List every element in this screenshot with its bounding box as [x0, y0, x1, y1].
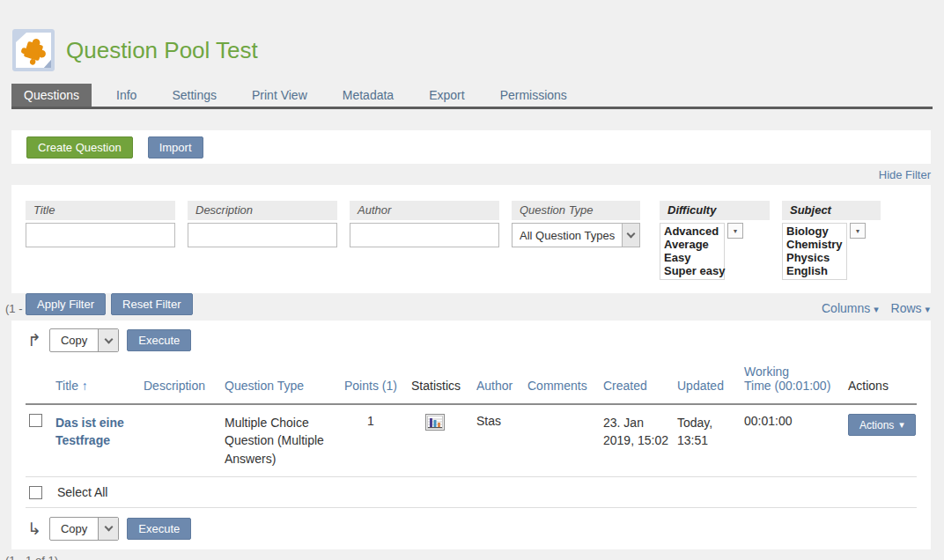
select-all-checkbox[interactable]	[29, 486, 42, 499]
execute-button-top[interactable]: Execute	[127, 329, 191, 351]
apply-to-bottom-arrow-icon: ↳	[27, 520, 41, 537]
question-table: Title ↑ Description Question Type Points…	[26, 359, 917, 508]
filter-author-input[interactable]	[350, 223, 499, 247]
filter-toggle-row: Hide Filter	[11, 164, 931, 185]
row-points: 1	[341, 404, 408, 476]
chevron-down-icon: ▾	[925, 304, 930, 314]
row-author: Stas	[473, 404, 524, 476]
tab-bar: Questions Info Settings Print View Metad…	[11, 84, 933, 109]
filter-difficulty-label: Difficulty	[660, 201, 770, 220]
create-question-button[interactable]: Create Question	[26, 136, 133, 158]
filter-description-label: Description	[188, 201, 337, 220]
filter-field-description: Description	[188, 201, 337, 247]
filter-field-difficulty: Difficulty Advanced Average Easy Super e…	[660, 201, 770, 280]
statistics-bar-chart-icon[interactable]	[425, 414, 445, 431]
row-actions-button[interactable]: Actions▾	[848, 414, 916, 436]
header-checkbox-spacer	[26, 359, 52, 404]
question-title-link[interactable]: Das ist eine Testfrage	[55, 414, 136, 450]
chevron-down-icon	[622, 224, 639, 247]
hide-filter-link[interactable]: Hide Filter	[879, 168, 931, 181]
row-created: 23. Jan 2019, 15:02	[600, 404, 674, 476]
import-button[interactable]: Import	[148, 136, 203, 158]
question-table-panel: ↱ Copy Execute Title ↑ Description Quest…	[11, 321, 931, 549]
column-header-updated[interactable]: Updated	[674, 359, 741, 404]
filter-field-title: Title	[26, 201, 175, 247]
bulk-action-value: Copy	[50, 334, 98, 347]
filter-title-input[interactable]	[26, 223, 175, 247]
subject-option-chemistry[interactable]: Chemistry	[786, 238, 846, 251]
row-checkbox[interactable]	[29, 414, 42, 427]
difficulty-option-average[interactable]: Average	[664, 238, 724, 251]
subject-dropdown-icon[interactable]: ▾	[850, 223, 866, 239]
filter-description-input[interactable]	[188, 223, 337, 247]
chevron-down-icon	[98, 518, 118, 540]
tab-export[interactable]: Export	[417, 84, 476, 107]
chevron-down-icon: ▾	[899, 419, 904, 431]
filter-field-subject: Subject Biology Chemistry Physics Englis…	[782, 201, 881, 280]
tab-metadata[interactable]: Metadata	[330, 84, 406, 107]
column-header-statistics: Statistics	[408, 359, 473, 404]
column-header-description[interactable]: Description	[140, 359, 221, 404]
bulk-action-select-top[interactable]: Copy	[49, 328, 119, 352]
filter-field-question-type: Question Type All Question Types	[512, 201, 640, 247]
action-toolbar: Create Question Import	[11, 130, 931, 164]
difficulty-multiselect[interactable]: Advanced Average Easy Super easy	[660, 223, 725, 280]
tab-info[interactable]: Info	[104, 84, 149, 107]
subject-option-physics[interactable]: Physics	[786, 251, 846, 264]
execute-button-bottom[interactable]: Execute	[127, 518, 191, 540]
column-header-question-type[interactable]: Question Type	[221, 359, 341, 404]
question-type-selected-value: All Question Types	[513, 229, 622, 242]
reset-filter-button[interactable]: Reset Filter	[111, 293, 192, 315]
difficulty-option-easy[interactable]: Easy	[664, 251, 724, 264]
difficulty-option-advanced[interactable]: Advanced	[664, 225, 724, 238]
table-header-row: Title ↑ Description Question Type Points…	[26, 359, 917, 404]
column-header-comments[interactable]: Comments	[524, 359, 600, 404]
page-title: Question Pool Test	[66, 37, 258, 64]
filter-subject-label: Subject	[782, 201, 881, 220]
subject-option-biology[interactable]: Biology	[786, 225, 846, 238]
question-type-select[interactable]: All Question Types	[512, 223, 640, 247]
difficulty-option-super-easy[interactable]: Super easy	[664, 264, 724, 277]
filter-title-label: Title	[26, 201, 175, 220]
select-all-row: Select All	[26, 476, 917, 507]
filter-author-label: Author	[350, 201, 499, 220]
sort-ascending-icon: ↑	[82, 379, 88, 393]
column-header-author[interactable]: Author	[473, 359, 524, 404]
apply-filter-button[interactable]: Apply Filter	[26, 293, 106, 315]
page-header: Question Pool Test	[0, 0, 944, 76]
bulk-action-row-bottom: ↳ Copy Execute	[26, 508, 917, 549]
tab-questions[interactable]: Questions	[11, 84, 92, 107]
subject-multiselect[interactable]: Biology Chemistry Physics English	[782, 223, 847, 280]
bulk-action-row-top: ↱ Copy Execute	[26, 321, 917, 359]
bulk-action-value: Copy	[50, 522, 98, 535]
chevron-down-icon	[98, 329, 118, 351]
bulk-action-select-bottom[interactable]: Copy	[49, 517, 119, 541]
row-description	[140, 404, 221, 476]
subject-option-english[interactable]: English	[786, 264, 846, 277]
question-pool-puzzle-icon	[12, 29, 55, 71]
filter-question-type-label: Question Type	[512, 201, 640, 220]
select-all-label: Select All	[57, 485, 108, 499]
difficulty-dropdown-icon[interactable]: ▾	[727, 223, 743, 239]
apply-to-top-arrow-icon: ↱	[27, 332, 41, 349]
column-header-created[interactable]: Created	[600, 359, 674, 404]
column-header-actions: Actions	[844, 359, 917, 404]
row-question-type: Multiple Choice Question (Multiple Answe…	[221, 404, 341, 476]
column-header-points[interactable]: Points (1)	[341, 359, 408, 404]
column-header-working-time[interactable]: WorkingTime (00:01:00)	[741, 359, 844, 404]
tab-permissions[interactable]: Permissions	[488, 84, 579, 107]
row-working-time: 00:01:00	[741, 404, 844, 476]
row-comments	[524, 404, 600, 476]
row-updated: Today, 13:51	[674, 404, 741, 476]
column-header-title[interactable]: Title ↑	[52, 359, 140, 404]
tab-print-view[interactable]: Print View	[240, 84, 320, 107]
question-row: Das ist eine Testfrage Multiple Choice Q…	[26, 404, 917, 476]
result-range-bottom: (1 - 1 of 1)	[5, 554, 930, 560]
filter-field-author: Author	[350, 201, 499, 247]
filter-panel: Title Description Author Question Type A…	[11, 185, 931, 293]
tab-settings[interactable]: Settings	[159, 84, 229, 107]
